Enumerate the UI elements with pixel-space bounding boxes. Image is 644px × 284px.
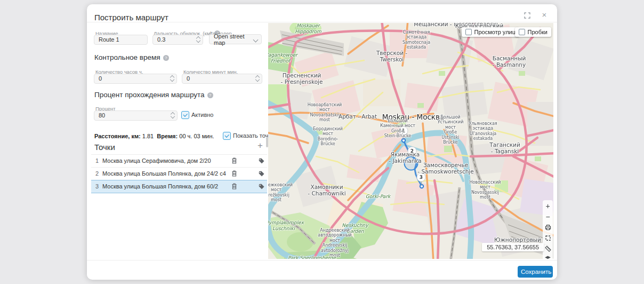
point-address: Москва улица Серафимовича, дом 2/20: [102, 157, 211, 164]
info-icon[interactable]: ?: [207, 92, 213, 98]
hours-field-wrap: [94, 73, 177, 83]
percent-heading: Процент прохождения маршрута?: [94, 91, 213, 99]
map-canvas[interactable]: 123 Мещанский - MeschtschanskiКрасносель…: [268, 23, 553, 259]
cursor-coordinates: 55.76363, 37.56655: [482, 243, 544, 251]
map-controls: + −: [543, 200, 553, 259]
percent-heading-text: Процент прохождения маршрута: [94, 91, 205, 99]
header-divider: [87, 22, 557, 22]
point-address: Москва улица Большая Полянка, дом 24/2 с…: [102, 170, 226, 177]
traffic-label: Пробки: [528, 29, 548, 35]
hours-input[interactable]: [94, 74, 177, 84]
name-field-wrap: [94, 34, 148, 44]
detection-input[interactable]: [152, 35, 203, 45]
time-label: Время:: [157, 133, 178, 139]
dialog-footer: Сохранить: [87, 260, 557, 280]
point-row[interactable]: 2 Москва улица Большая Полянка, дом 24/2…: [91, 168, 267, 180]
minutes-field-wrap: [182, 73, 262, 83]
street-view-toggle[interactable]: Просмотр улиц: [462, 27, 519, 37]
traffic-toggle[interactable]: Пробки: [515, 27, 551, 37]
tag-point-icon[interactable]: [257, 157, 265, 165]
route-summary: Расстояние, км: 1.81 Время: 00 ч. 03 мин…: [94, 133, 214, 139]
delete-point-icon[interactable]: [231, 183, 239, 191]
name-input[interactable]: [94, 35, 148, 45]
route-radius-circle: [405, 157, 418, 170]
fullscreen-icon[interactable]: [523, 11, 532, 20]
extent-icon[interactable]: [543, 234, 552, 242]
point-row[interactable]: 3 Москва улица Большая Полянка, дом 60/2: [91, 180, 267, 193]
points-heading: Точки: [94, 143, 115, 152]
route-point-dot[interactable]: [415, 160, 418, 163]
zoom-out-button[interactable]: −: [543, 212, 552, 220]
traffic-checkbox[interactable]: [519, 29, 525, 35]
percent-field-wrap: [94, 110, 178, 120]
chevron-down-icon: [253, 37, 259, 43]
street-view-label: Просмотр улиц: [474, 29, 516, 35]
delete-point-icon[interactable]: [231, 157, 239, 165]
close-icon[interactable]: ×: [540, 10, 549, 19]
points-list: 1 Москва улица Серафимовича, дом 2/20 2 …: [91, 155, 267, 193]
control-time-text: Контрольное время: [94, 53, 160, 61]
point-address: Москва улица Большая Полянка, дом 60/2: [102, 183, 218, 190]
control-time-heading: Контрольное время?: [94, 53, 169, 61]
svg-text:3: 3: [420, 175, 423, 180]
ruler-icon[interactable]: [543, 244, 552, 253]
tag-point-icon[interactable]: [257, 170, 265, 178]
active-checkbox[interactable]: [181, 111, 189, 119]
detection-field-wrap: [152, 34, 203, 44]
svg-text:2: 2: [410, 148, 414, 154]
delete-point-icon[interactable]: [231, 170, 239, 178]
point-row[interactable]: 1 Москва улица Серафимовича, дом 2/20: [91, 155, 267, 168]
map-graphics: 123: [268, 23, 553, 259]
dialog-title: Построить маршрут: [94, 13, 168, 22]
layers-icon[interactable]: [543, 255, 552, 259]
tag-point-icon[interactable]: [257, 183, 265, 191]
street-view-checkbox[interactable]: [465, 29, 472, 35]
geocoder-select[interactable]: Open street map: [209, 34, 262, 44]
save-button[interactable]: Сохранить: [518, 266, 553, 278]
distance-label: Расстояние, км:: [94, 133, 141, 139]
active-checkbox-label: Активно: [191, 112, 214, 118]
geocoder-value: Open street map: [214, 33, 251, 46]
svg-text:1: 1: [402, 128, 405, 133]
minutes-input[interactable]: [182, 74, 262, 84]
add-point-button[interactable]: +: [257, 140, 263, 151]
info-icon[interactable]: ?: [163, 55, 169, 61]
point-number: 1: [95, 157, 99, 164]
percent-input[interactable]: [94, 111, 178, 121]
show-points-checkbox[interactable]: [223, 132, 231, 140]
distance-value: 1.81: [142, 133, 154, 139]
zoom-in-button[interactable]: +: [543, 202, 552, 210]
point-number: 2: [95, 170, 99, 177]
point-number: 3: [95, 183, 99, 190]
time-value: 00 ч. 03 мин.: [179, 133, 214, 139]
route-dialog: Построить маршрут × Название Дальность о…: [87, 4, 557, 279]
print-icon[interactable]: [543, 223, 552, 231]
